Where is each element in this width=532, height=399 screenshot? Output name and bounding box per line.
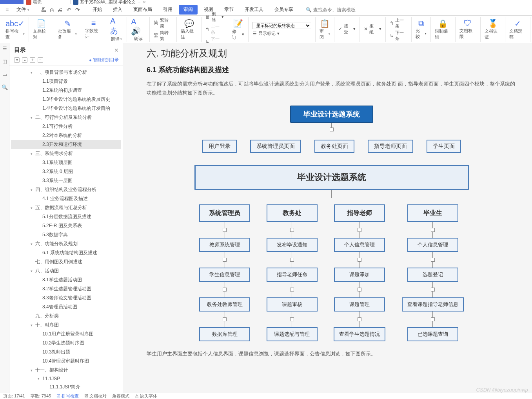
outline-item[interactable]: 8.2学生选题管理活动图 [11, 284, 121, 293]
outline-item[interactable]: 2.3开发和运行环境 [11, 140, 121, 149]
ribbon-tab-插入[interactable]: 插入 [108, 5, 127, 15]
prev-change-button[interactable]: ↰上一条 [390, 17, 408, 29]
ribbon-tab-会员专享[interactable]: 会员专享 [270, 5, 298, 15]
to-traditional-button[interactable]: 繁简转繁 [154, 30, 172, 42]
outline-item[interactable]: 10.1用户注册登录时序图 [11, 330, 121, 339]
add-icon[interactable]: + [30, 57, 35, 63]
outline-tree[interactable]: ▾一、项目背景与市场分析1.1项目背景1.2系统的初步调查1.3毕业设计选题系统… [9, 66, 123, 393]
reject-button[interactable]: ✕拒绝▾ [364, 23, 381, 35]
outline-item[interactable]: 10.3教师出题 [11, 348, 121, 357]
outline-item[interactable]: 5.3数据字典 [11, 230, 121, 239]
print-icon[interactable]: 🖨 [57, 7, 63, 13]
outline-item[interactable]: 10.4管理员审题时序图 [11, 357, 121, 366]
outline-item[interactable]: 3.1系统顶层图 [11, 158, 121, 167]
outline-item[interactable]: 1.2系统的初步调查 [11, 86, 121, 95]
ribbon-tab-开始[interactable]: 开始 [88, 5, 107, 15]
outline-item[interactable]: 3.3系统一层图 [11, 176, 121, 185]
undo-icon[interactable]: ↶ [67, 7, 71, 13]
outline-icon[interactable]: ☰ [2, 46, 7, 51]
outline-item[interactable]: 2.2对本系统的分析 [11, 131, 121, 140]
close-icon[interactable]: ✕ [114, 47, 119, 53]
outline-item[interactable]: 3.2系统 0 层图 [11, 167, 121, 176]
close-icon[interactable]: − [138, 0, 140, 4]
outline-item[interactable]: 8.1学生选题活动图 [11, 275, 121, 284]
review-pane-button[interactable]: 📋审阅▾ [316, 17, 334, 42]
diagram-node: 课题审核 [267, 297, 318, 312]
outline-item[interactable]: 8.3老师论文管理活动图 [11, 293, 121, 302]
outline-item[interactable]: ▾八、活动图 [11, 266, 121, 275]
paragraph: 学生用户主界面主要包括个人信息界面，课题信息浏览，课题选择界面，公告信息浏览，如… [147, 349, 516, 358]
outline-item[interactable]: 4.1 业务流程图及描述 [11, 194, 121, 203]
preview-icon[interactable]: ⎙ [50, 7, 53, 13]
show-markup-button[interactable]: ☰显示标记▾ [252, 31, 280, 36]
command-search[interactable]: 🔍 [306, 7, 368, 13]
outline-item[interactable]: 5.2E-R 图及关系表 [11, 221, 121, 230]
outline-item[interactable]: ▾六、功能分析及规划 [11, 239, 121, 248]
wordcount-button[interactable]: ≡字数统计 [81, 17, 106, 42]
close-icon[interactable]: ✕ [143, 0, 146, 4]
ribbon-tab-开发工具[interactable]: 开发工具 [240, 5, 268, 15]
outline-item[interactable]: ▾十、时序图 [11, 321, 121, 330]
outline-item[interactable]: 2.1可行性分析 [11, 122, 121, 131]
ribbon-tab-引用[interactable]: 引用 [158, 5, 177, 15]
insert-comment-button[interactable]: 💬插入批注 [177, 17, 202, 42]
outline-item[interactable]: 6.1 系统功能结构图及描述 [11, 248, 121, 257]
search-input[interactable] [313, 7, 368, 13]
smart-outline-button[interactable]: ●智能识别目录 [89, 57, 119, 63]
outline-item[interactable]: ▾五、数据流程与汇总分析 [11, 203, 121, 212]
doc-finalize-button[interactable]: ✓文档定稿 [505, 17, 530, 42]
outline-item[interactable]: ▾四、组织结构及业务流程分析 [11, 185, 121, 194]
outline-item[interactable]: 七、用例图及用例描述 [11, 257, 121, 266]
accept-button[interactable]: ✓接受▾ [338, 23, 356, 35]
tab-document-2[interactable]: 基于JSP的毕...实现 毕业论文 − ✕ [71, 0, 157, 4]
prev-comment-button[interactable]: ↰上一条 [205, 24, 223, 35]
outline-item[interactable]: ▾十一、架构设计 [11, 366, 121, 375]
doc-permissions-button[interactable]: 🛡文档权限 [456, 17, 481, 42]
remove-icon[interactable]: − [38, 57, 43, 63]
restrict-edit-button[interactable]: 🔒限制编辑 [431, 17, 456, 42]
menu-icon[interactable]: ≡ [3, 7, 11, 13]
markup-view-select[interactable]: 显示标记的最终状态 [252, 22, 311, 29]
outline-item[interactable]: ▾11.1JSP [11, 375, 121, 383]
collapse-icon[interactable]: ▾ [14, 57, 20, 63]
approve-button[interactable]: ✎批改服务▾ [54, 17, 81, 42]
missing-font-status[interactable]: ⚠ 缺失字体 [135, 393, 157, 399]
next-change-button[interactable]: ↳下一条 [390, 30, 408, 42]
document-content[interactable]: 六. 功能分析及规划 6.1 系统功能结构图及描述 在了解了系统的需求分析与功能… [123, 43, 532, 393]
outline-item[interactable]: 1.4毕业设计选题系统的开发目的 [11, 104, 121, 113]
ribbon-tab-审阅[interactable]: 审阅 [179, 5, 198, 15]
outline-item[interactable]: 11.1.1JSP简介 [11, 383, 121, 392]
save-icon[interactable]: 🖶 [41, 7, 46, 13]
file-menu[interactable]: 文件 ▾ [13, 5, 33, 14]
tab-document-1[interactable]: 稿壳 [24, 0, 71, 4]
wordcount-status[interactable]: 字数: 7945 [31, 393, 51, 399]
outline-item[interactable]: ▾二、可行性分析及系统分析 [11, 113, 121, 122]
track-changes-button[interactable]: 修订▾ [232, 29, 244, 40]
spell-check-button[interactable]: abc✓拼写检查▾ [2, 17, 29, 42]
outline-item[interactable]: 10.2学生选题时序图 [11, 339, 121, 348]
outline-item[interactable]: 1.3毕业设计选题系统的发展历史 [11, 95, 121, 104]
page-status[interactable]: 页面: 17/41 [3, 393, 25, 399]
redo-icon[interactable]: ↷ [75, 7, 80, 13]
compare-button[interactable]: ⧉比较▾ [412, 17, 430, 42]
outline-item[interactable]: ▾三、系统需求分析 [11, 149, 121, 158]
readaloud-button[interactable]: A🔊朗读 [127, 17, 150, 42]
doc-certify-button[interactable]: 🏅文档认证 [481, 17, 506, 42]
page-icon[interactable]: ▭ [2, 71, 7, 77]
translate-button[interactable]: Aあ翻译▾ [106, 17, 127, 42]
proofread-button[interactable]: 📄文档校对 [29, 17, 54, 42]
search-icon[interactable]: 🔍 [2, 84, 8, 90]
outline-item[interactable]: 5.1分层数据流图及描述 [11, 212, 121, 221]
layers-icon[interactable]: ◫ [2, 58, 7, 64]
tab-home[interactable] [0, 0, 24, 4]
spellcheck-status[interactable]: ☑ 拼写检查 [56, 393, 79, 399]
expand-icon[interactable]: ▴ [22, 57, 27, 63]
ribbon-tab-页面布局[interactable]: 页面布局 [129, 5, 157, 15]
to-simplified-button[interactable]: 简繁转简 [154, 17, 172, 29]
outline-item[interactable]: 8.4管理员活动图 [11, 302, 121, 312]
outline-item[interactable]: 九、分析类 [11, 312, 121, 321]
delete-comment-button[interactable]: 🗑删除▾ [205, 11, 223, 23]
outline-item[interactable]: ▾一、项目背景与市场分析 [11, 68, 121, 77]
proof-status[interactable]: ☒ 文档校对 [84, 393, 107, 399]
outline-item[interactable]: 1.1项目背景 [11, 77, 121, 86]
